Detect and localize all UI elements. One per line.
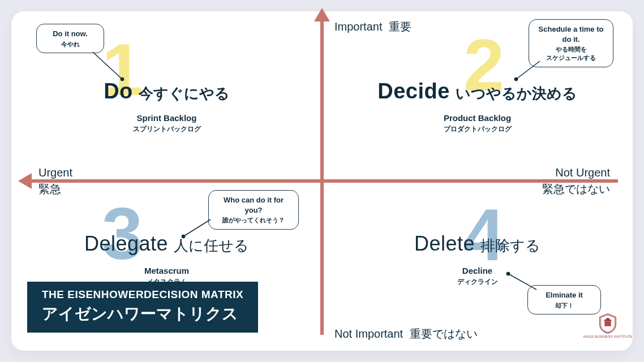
institute-badge-caption: AGILE BUSINESS INSTITUTE [583, 335, 632, 338]
quadrant-do-sub-en: Sprint Backlog [11, 112, 322, 124]
svg-rect-8 [604, 321, 611, 326]
matrix-card: Important 重要 Not Important 重要ではない Urgent… [11, 11, 633, 351]
quadrant-decide-sub-jp: プロダクトバックログ [322, 124, 633, 134]
connector-line-icon [181, 217, 213, 240]
quadrant-delete-sub-en: Decline [322, 265, 633, 277]
callout-delegate-jp: 誰がやってくれそう？ [218, 216, 289, 225]
svg-line-6 [508, 274, 536, 290]
callout-do-en: Do it now. [46, 29, 95, 39]
callout-decide-jp: やる時間をスケジュールする [538, 45, 604, 62]
svg-point-3 [514, 77, 518, 81]
quadrant-delegate-sub-en: Metascrum [11, 265, 322, 277]
connector-line-icon [91, 50, 124, 84]
quadrant-do-title: Do 今すぐにやる [11, 79, 322, 104]
quadrant-decide-subtitle: Product Backlog プロダクトバックログ [322, 112, 633, 134]
callout-delete-jp: 却下！ [537, 301, 591, 310]
connector-line-icon [505, 272, 539, 294]
diagram-title-jp: アイゼンハワーマトリクス [42, 303, 243, 325]
quadrant-delete: 4 Delete 排除する Decline ディクライン Elminate it… [322, 181, 633, 351]
quadrant-decide-title-jp: いつやるか決める [456, 84, 577, 104]
callout-delete-en: Elminate it [537, 290, 591, 300]
quadrant-decide-sub-en: Product Backlog [322, 112, 633, 124]
quadrant-delegate-title-en: Delegate [84, 232, 168, 256]
svg-line-4 [183, 219, 211, 236]
quadrant-decide: 2 Decide いつやるか決める Product Backlog プロダクトバ… [322, 11, 633, 181]
quadrant-delegate-title: Delegate 人に任せる [11, 232, 322, 256]
callout-do-jp: 今やれ [46, 40, 95, 49]
diagram-title-tag: THE EISENHOWERDECISION MATRIX アイゼンハワーマトリ… [27, 282, 258, 333]
quadrant-do-subtitle: Sprint Backlog スプリントバックログ [11, 112, 322, 134]
quadrant-delete-title-jp: 排除する [480, 236, 540, 256]
institute-badge-icon: AGILE BUSINESS INSTITUTE [598, 313, 618, 338]
svg-line-2 [516, 61, 540, 79]
quadrant-delete-subtitle: Decline ディクライン [322, 265, 633, 287]
svg-point-7 [506, 272, 510, 275]
quadrant-delete-title-en: Delete [414, 232, 475, 256]
svg-line-0 [93, 52, 122, 79]
svg-point-5 [182, 235, 185, 238]
callout-decide-en: Schedule a time to do it. [538, 24, 604, 44]
callout-delegate-en: Who can do it for you? [218, 195, 289, 215]
svg-point-1 [121, 77, 124, 81]
quadrant-do: 1 Do 今すぐにやる Sprint Backlog スプリントバックログ Do… [11, 11, 322, 181]
quadrant-delete-title: Delete 排除する [322, 232, 633, 256]
quadrant-do-title-jp: 今すぐにやる [139, 84, 230, 104]
quadrant-decide-title-en: Decide [377, 79, 450, 104]
callout-delegate: Who can do it for you? 誰がやってくれそう？ [208, 190, 299, 230]
quadrant-do-sub-jp: スプリントバックログ [11, 124, 322, 134]
quadrant-decide-title: Decide いつやるか決める [322, 79, 633, 104]
connector-line-icon [514, 59, 542, 81]
callout-do: Do it now. 今やれ [36, 24, 104, 53]
diagram-title-en: THE EISENHOWERDECISION MATRIX [42, 288, 243, 301]
